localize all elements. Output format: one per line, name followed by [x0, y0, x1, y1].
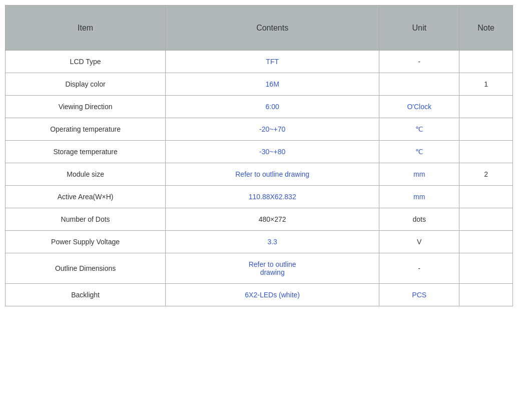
table-row: Power Supply Voltage3.3V — [6, 231, 513, 253]
table-row: Outline DimensionsRefer to outlinedrawin… — [6, 253, 513, 284]
table-row: Operating temperature-20~+70℃ — [6, 118, 513, 141]
cell-item: Number of Dots — [6, 208, 166, 231]
table-row: Module sizeRefer to outline drawingmm2 — [6, 163, 513, 186]
cell-note — [459, 208, 513, 231]
cell-note: 2 — [459, 163, 513, 186]
cell-note — [459, 118, 513, 141]
cell-unit: PCS — [379, 284, 459, 306]
cell-contents: 480×272 — [166, 208, 379, 231]
cell-unit: O'Clock — [379, 96, 459, 118]
cell-note — [459, 51, 513, 73]
cell-unit: ℃ — [379, 141, 459, 163]
cell-item: Outline Dimensions — [6, 253, 166, 284]
cell-contents: -30~+80 — [166, 141, 379, 163]
cell-item: Backlight — [6, 284, 166, 306]
cell-item: Storage temperature — [6, 141, 166, 163]
cell-contents: -20~+70 — [166, 118, 379, 141]
cell-contents: Refer to outline drawing — [166, 163, 379, 186]
cell-contents: TFT — [166, 51, 379, 73]
header-item: Item — [6, 6, 166, 51]
cell-note: 1 — [459, 73, 513, 96]
cell-unit: dots — [379, 208, 459, 231]
table-row: Number of Dots480×272dots — [6, 208, 513, 231]
table-body: LCD TypeTFT-Display color16M1Viewing Dir… — [6, 51, 513, 306]
cell-unit: - — [379, 253, 459, 284]
cell-contents: 6:00 — [166, 96, 379, 118]
cell-contents: 110.88X62.832 — [166, 186, 379, 208]
table-row: Display color16M1 — [6, 73, 513, 96]
cell-unit: - — [379, 51, 459, 73]
cell-contents: 3.3 — [166, 231, 379, 253]
spec-table: Item Contents Unit Note LCD TypeTFT-Disp… — [5, 5, 513, 306]
header-contents: Contents — [166, 6, 379, 51]
table-row: Backlight6X2-LEDs (white)PCS — [6, 284, 513, 306]
cell-item: LCD Type — [6, 51, 166, 73]
cell-unit: V — [379, 231, 459, 253]
cell-contents: 6X2-LEDs (white) — [166, 284, 379, 306]
header-unit: Unit — [379, 6, 459, 51]
table-row: Active Area(W×H)110.88X62.832mm — [6, 186, 513, 208]
cell-note — [459, 284, 513, 306]
header-note: Note — [459, 6, 513, 51]
cell-item: Viewing Direction — [6, 96, 166, 118]
cell-item: Power Supply Voltage — [6, 231, 166, 253]
cell-note — [459, 253, 513, 284]
cell-item: Operating temperature — [6, 118, 166, 141]
cell-note — [459, 231, 513, 253]
cell-note — [459, 141, 513, 163]
cell-item: Module size — [6, 163, 166, 186]
table-header-row: Item Contents Unit Note — [6, 6, 513, 51]
cell-note — [459, 96, 513, 118]
cell-contents: 16M — [166, 73, 379, 96]
cell-note — [459, 186, 513, 208]
table-row: Viewing Direction6:00O'Clock — [6, 96, 513, 118]
cell-item: Display color — [6, 73, 166, 96]
cell-unit: mm — [379, 163, 459, 186]
cell-contents: Refer to outlinedrawing — [166, 253, 379, 284]
table-row: LCD TypeTFT- — [6, 51, 513, 73]
cell-unit — [379, 73, 459, 96]
table-row: Storage temperature-30~+80℃ — [6, 141, 513, 163]
cell-item: Active Area(W×H) — [6, 186, 166, 208]
cell-unit: ℃ — [379, 118, 459, 141]
cell-unit: mm — [379, 186, 459, 208]
